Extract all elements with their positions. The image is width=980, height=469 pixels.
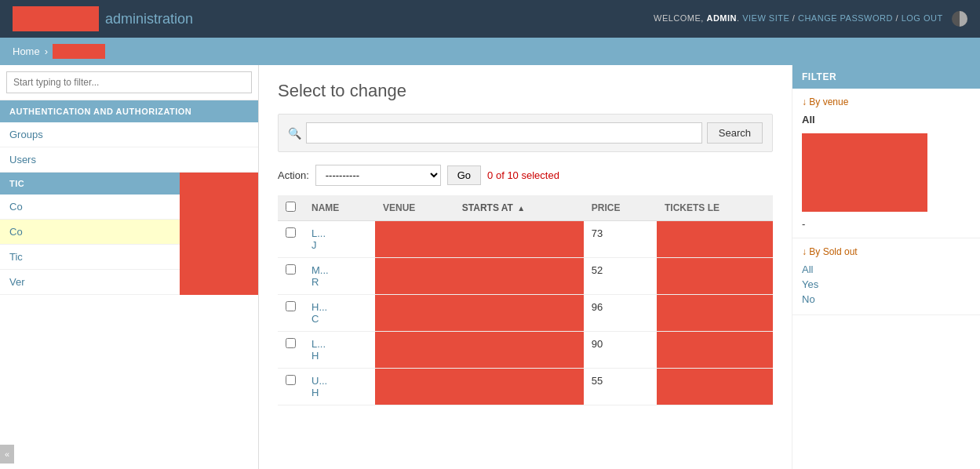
username: ADMIN (706, 13, 737, 23)
search-bar: 🔍 Search (278, 114, 773, 152)
filter-header: FILTER (792, 65, 980, 89)
row-price-cell: 96 (584, 295, 657, 332)
filter-soldout-title: ↓ By Sold out (802, 246, 971, 257)
breadcrumb-bar: Home › (0, 38, 980, 65)
row-checkbox[interactable] (286, 264, 296, 274)
sidebar-section-tickets: TIC (0, 173, 180, 195)
row-tickets-le-cell (657, 258, 773, 295)
col-venue[interactable]: VENUE (375, 195, 454, 221)
filter-venue-redacted (802, 133, 927, 212)
row-venue-cell (375, 369, 454, 405)
select-all-checkbox[interactable] (286, 202, 296, 212)
welcome-text: WELCOME, (654, 13, 704, 23)
action-go-button[interactable]: Go (447, 165, 481, 185)
filter-soldout-no[interactable]: No (802, 292, 971, 307)
action-select[interactable]: ---------- (315, 165, 441, 186)
row-tickets-le-cell (657, 295, 773, 332)
row-price-cell: 55 (584, 369, 657, 405)
breadcrumb-home[interactable]: Home (13, 45, 40, 57)
page-title: Select to change (278, 81, 773, 101)
action-bar: Action: ---------- Go 0 of 10 selected (278, 165, 773, 186)
row-starts-at-cell (454, 258, 584, 295)
user-tools: WELCOME, ADMIN. VIEW SITE / CHANGE PASSW… (654, 11, 967, 27)
table-row: L... J 73 (278, 221, 773, 258)
row-name-link[interactable]: L... J (311, 227, 326, 251)
filter-venue-all[interactable]: All (802, 112, 971, 127)
action-label: Action: (278, 169, 309, 181)
row-name-cell: M... R (304, 258, 375, 295)
change-password-link[interactable]: CHANGE PASSWORD (798, 13, 893, 23)
sidebar-item-users[interactable]: Users (0, 147, 258, 173)
sidebar-item-ver[interactable]: Ver (0, 270, 180, 295)
sidebar-item-co2[interactable]: Co (0, 220, 180, 245)
row-starts-at-cell (454, 221, 584, 258)
row-tickets-le-cell (657, 369, 773, 405)
row-price-cell: 73 (584, 221, 657, 258)
theme-toggle-button[interactable] (952, 11, 967, 27)
sidebar-filter-input[interactable] (6, 71, 252, 93)
row-select-cell[interactable] (278, 221, 304, 258)
breadcrumb-separator: › (45, 45, 48, 57)
table-header-row: NAME VENUE STARTS AT ▲ PRICE TICKETS LE (278, 195, 773, 221)
sidebar-item-groups[interactable]: Groups (0, 122, 258, 147)
row-venue-cell (375, 332, 454, 369)
row-name-link[interactable]: M... R (311, 264, 329, 288)
row-venue-cell (375, 258, 454, 295)
row-name-link[interactable]: L... H (311, 338, 326, 362)
results-table: NAME VENUE STARTS AT ▲ PRICE TICKETS LE (278, 195, 773, 405)
brand-logo (13, 6, 99, 31)
brand-area: administration (13, 6, 193, 31)
row-select-cell[interactable] (278, 258, 304, 295)
app-header: administration WELCOME, ADMIN. VIEW SITE… (0, 0, 980, 38)
filter-venue-dash: - (802, 218, 971, 230)
row-select-cell[interactable] (278, 295, 304, 332)
filter-soldout-yes[interactable]: Yes (802, 277, 971, 292)
row-name-link[interactable]: H... C (311, 301, 327, 325)
sidebar-collapse-button[interactable]: « (0, 445, 14, 464)
filter-venue-title: ↓ By venue (802, 96, 971, 107)
row-select-cell[interactable] (278, 332, 304, 369)
col-price[interactable]: PRICE (584, 195, 657, 221)
main-content: Select to change 🔍 Search Action: ------… (259, 65, 792, 469)
row-select-cell[interactable] (278, 369, 304, 405)
search-input[interactable] (306, 122, 702, 144)
row-name-cell: U... H (304, 369, 375, 405)
row-starts-at-cell (454, 332, 584, 369)
select-all-header[interactable] (278, 195, 304, 221)
sidebar: Authentication and Authorization Groups … (0, 65, 259, 469)
row-price-cell: 52 (584, 258, 657, 295)
view-site-link[interactable]: VIEW SITE (742, 13, 789, 23)
filter-section-soldout: ↓ By Sold out All Yes No (792, 238, 980, 315)
sidebar-section-auth: Authentication and Authorization (0, 100, 258, 122)
sidebar-redacted-block (180, 173, 258, 295)
row-checkbox[interactable] (286, 301, 296, 311)
sidebar-filter-wrap (0, 65, 258, 100)
row-name-cell: L... H (304, 332, 375, 369)
sidebar-item-tic[interactable]: Tic (0, 245, 180, 270)
row-starts-at-cell (454, 369, 584, 405)
breadcrumb-current (53, 44, 105, 59)
row-name-link[interactable]: U... H (311, 375, 327, 398)
col-name[interactable]: NAME (304, 195, 375, 221)
row-checkbox[interactable] (286, 227, 296, 238)
row-name-cell: H... C (304, 295, 375, 332)
row-checkbox[interactable] (286, 338, 296, 348)
table-row: H... C 96 (278, 295, 773, 332)
search-button[interactable]: Search (707, 122, 763, 144)
row-price-cell: 90 (584, 332, 657, 369)
filter-section-venue: ↓ By venue All - (792, 89, 980, 238)
filter-soldout-all[interactable]: All (802, 262, 971, 277)
selected-count: 0 of 10 selected (487, 169, 559, 181)
main-layout: Authentication and Authorization Groups … (0, 65, 980, 469)
brand-text: administration (105, 11, 193, 27)
row-starts-at-cell (454, 295, 584, 332)
col-tickets-le[interactable]: TICKETS LE (657, 195, 773, 221)
sidebar-item-co1[interactable]: Co (0, 195, 180, 220)
row-checkbox[interactable] (286, 375, 296, 385)
sort-arrow-icon: ▲ (517, 204, 525, 213)
log-out-link[interactable]: LOG OUT (902, 13, 943, 23)
row-venue-cell (375, 295, 454, 332)
row-tickets-le-cell (657, 332, 773, 369)
row-tickets-le-cell (657, 221, 773, 258)
col-starts-at[interactable]: STARTS AT ▲ (454, 195, 584, 221)
